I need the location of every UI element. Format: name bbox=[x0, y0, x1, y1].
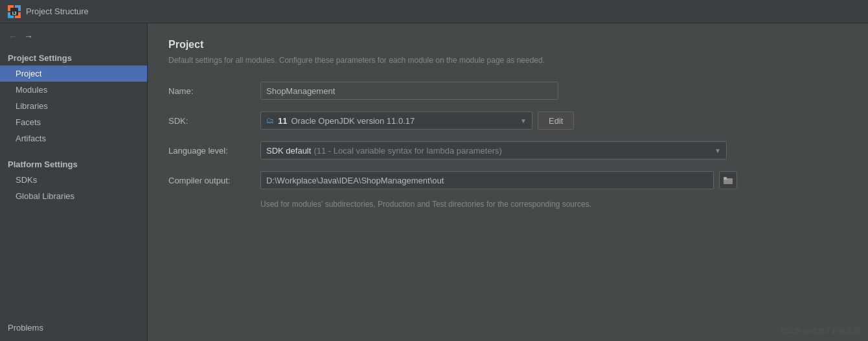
content-description: Default settings for all modules. Config… bbox=[168, 54, 847, 66]
sdk-name: Oracle OpenJDK version 11.0.17 bbox=[291, 116, 415, 126]
forward-button[interactable]: → bbox=[22, 30, 35, 43]
compiler-output-label: Compiler output: bbox=[168, 176, 253, 185]
language-level-label: Language level: bbox=[168, 146, 253, 156]
sidebar: ← → Project Settings Project Modules Lib… bbox=[0, 23, 148, 341]
sidebar-item-sdks[interactable]: SDKs bbox=[0, 172, 147, 188]
name-row: Name: bbox=[168, 82, 847, 100]
sdk-dropdown[interactable]: 🗂 11 Oracle OpenJDK version 11.0.17 ▼ bbox=[260, 112, 532, 130]
sidebar-item-global-libraries[interactable]: Global Libraries bbox=[0, 188, 147, 204]
watermark: CSDN @吃饱了好睡觉耶 bbox=[781, 326, 860, 336]
sdk-row: SDK: 🗂 11 Oracle OpenJDK version 11.0.17… bbox=[168, 112, 847, 130]
compiler-output-row: Compiler output: D:\Workplace\Java\IDEA\… bbox=[168, 171, 737, 189]
compiler-folder-button[interactable] bbox=[719, 171, 737, 189]
lang-level-muted: (11 - Local variable syntax for lambda p… bbox=[314, 146, 501, 156]
sidebar-item-problems[interactable]: Problems bbox=[0, 320, 147, 336]
sdk-dropdown-arrow: ▼ bbox=[520, 117, 527, 124]
sidebar-item-facets[interactable]: Facets bbox=[0, 114, 147, 130]
sidebar-item-libraries[interactable]: Libraries bbox=[0, 98, 147, 114]
compiler-controls: D:\Workplace\Java\IDEA\ShopManagement\ou… bbox=[260, 171, 737, 189]
project-settings-label: Project Settings bbox=[0, 48, 147, 65]
compiler-output-value: D:\Workplace\Java\IDEA\ShopManagement\ou… bbox=[266, 176, 444, 185]
lang-level-bold: SDK default bbox=[266, 146, 311, 156]
svg-text:IJ: IJ bbox=[12, 10, 17, 16]
back-button[interactable]: ← bbox=[6, 30, 19, 43]
sdk-controls: 🗂 11 Oracle OpenJDK version 11.0.17 ▼ Ed… bbox=[260, 112, 574, 130]
sdk-folder-icon: 🗂 bbox=[266, 116, 274, 125]
sdk-label: SDK: bbox=[168, 116, 253, 126]
name-input[interactable] bbox=[260, 82, 558, 100]
compiler-hint: Used for modules' subdirectories, Produc… bbox=[260, 200, 591, 209]
content-title: Project bbox=[168, 39, 847, 51]
language-level-row: Language level: SDK default (11 - Local … bbox=[168, 141, 847, 159]
nav-row: ← → bbox=[0, 27, 147, 48]
compiler-output-section: Compiler output: D:\Workplace\Java\IDEA\… bbox=[168, 171, 847, 209]
language-level-dropdown[interactable]: SDK default (11 - Local variable syntax … bbox=[260, 141, 727, 159]
content-area: Project Default settings for all modules… bbox=[148, 23, 868, 341]
name-label: Name: bbox=[168, 86, 253, 96]
sidebar-item-project[interactable]: Project bbox=[0, 65, 147, 82]
platform-settings-label: Platform Settings bbox=[0, 154, 147, 172]
edit-button[interactable]: Edit bbox=[538, 112, 574, 130]
sidebar-item-artifacts[interactable]: Artifacts bbox=[0, 130, 147, 147]
sidebar-item-modules[interactable]: Modules bbox=[0, 82, 147, 98]
app-icon: IJ bbox=[8, 5, 21, 18]
title-bar: IJ Project Structure bbox=[0, 0, 868, 23]
svg-rect-8 bbox=[724, 177, 727, 179]
sdk-version: 11 bbox=[278, 116, 287, 126]
main-layout: ← → Project Settings Project Modules Lib… bbox=[0, 23, 868, 341]
window-title: Project Structure bbox=[26, 6, 89, 16]
language-level-arrow: ▼ bbox=[714, 147, 721, 154]
compiler-output-input[interactable]: D:\Workplace\Java\IDEA\ShopManagement\ou… bbox=[260, 171, 714, 189]
